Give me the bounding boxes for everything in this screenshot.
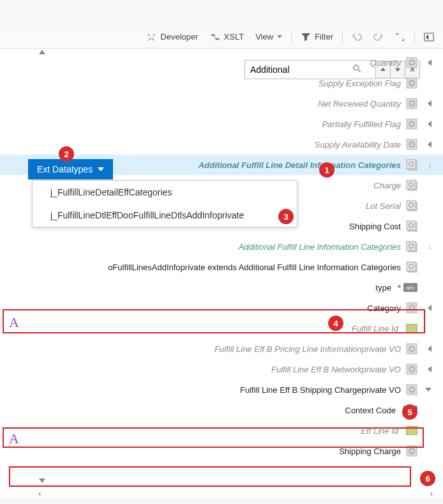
dropdown-item-2[interactable]: j_FulfillLineDtlEffDooFulfillLineDtlsAdd… [33,204,297,227]
row-network-vo[interactable]: Fulfill Line Eff B Networkprivate VO [0,359,443,379]
row-label: Lot Serial [366,201,406,211]
svg-rect-30 [407,303,417,313]
multi-target-icon [406,200,417,211]
panel-button[interactable] [419,29,439,45]
annotation-redbox-shipping [9,466,411,487]
developer-button[interactable]: Developer [141,29,203,45]
svg-rect-2 [407,57,417,68]
filter-label: Filter [315,32,333,42]
row-supply-exception[interactable]: Supply Exception Flag [0,73,443,93]
row-pricing-vo[interactable]: Fulfill Line Eff B Pricing Line Informat… [0,339,443,359]
row-label: Quantity [370,58,406,68]
view-label: View [255,32,273,42]
divider [342,31,343,43]
content-panel: ✕ Quantity Supply Exception Flag Net Rec… [0,49,443,498]
row-fulfill-line-id[interactable]: Fulfill Line Id [0,318,443,339]
svg-rect-38 [407,446,417,456]
row-partially-fulfilled[interactable]: Partially Fulfilled Flag [0,114,443,134]
row-shipping-charge-vo[interactable]: Fulfill Line Eff B Shipping Chargeprivat… [0,379,443,400]
row-label: Supply Availability Date [315,140,406,149]
multi-target-icon [406,159,417,171]
dropdown-item-1[interactable]: j_FulfillLineDetailEffCategories [33,181,297,204]
dropdown-item-label: j_FulfillLineDetailEffCategories [50,187,172,197]
expand-button[interactable] [390,29,410,45]
svg-rect-22 [407,221,416,230]
xslt-icon [210,32,220,42]
id-type-icon [406,324,417,333]
row-label: oFulfillLinesAddInfoprivate extends Addi… [108,263,406,272]
marker-a-icon: A [9,431,19,447]
ext-datatypes-dropdown[interactable]: Ext Datatypes [28,159,113,179]
multi-target-icon [406,179,417,191]
abc-type-icon: abc [403,283,417,292]
collapse-caret-icon[interactable] [428,121,432,127]
collapse-caret-icon[interactable] [428,59,432,66]
svg-rect-8 [407,119,417,129]
row-shipping-charge[interactable]: Shipping Charge [0,441,443,461]
row-label: Supply Exception Flag [319,79,406,88]
dropdown-label: Ext Datatypes [37,164,93,174]
caret-down-icon [98,167,104,171]
row-addl-info-cat[interactable]: Additional Fulfill Line Information Cate… [0,236,443,257]
required-asterisk: * [398,283,401,293]
horizontal-scrollbar[interactable]: ‹ › [38,489,433,498]
collapse-caret-icon[interactable] [428,346,432,352]
multi-target-icon [406,261,417,273]
row-label: Partially Fulfilled Flag [322,119,406,129]
xslt-label: XSLT [224,32,244,42]
down-arrow-icon[interactable]: ↓ [428,162,432,169]
down-arrow-icon[interactable]: ↓ [428,243,432,250]
expand-caret-icon[interactable] [425,388,432,392]
annotation-badge-3: 3 [278,209,294,224]
svg-rect-28 [407,262,416,271]
collapse-caret-icon[interactable] [428,305,432,311]
row-label: Fulfill Line Eff B Shipping Chargeprivat… [240,385,406,395]
svg-rect-32 [407,344,417,354]
collapse-caret-icon[interactable] [428,366,432,372]
developer-label: Developer [160,32,198,42]
annotation-badge-2: 2 [59,146,74,162]
row-label: Additional Fulfill Line Information Cate… [239,242,406,252]
row-eff-line-id[interactable]: Eff Line Id [0,420,443,441]
row-category[interactable]: Category ↓ [0,298,443,318]
row-quantity[interactable]: Quantity [0,52,443,73]
row-label: Fulfill Line Eff B Pricing Line Informat… [214,344,406,354]
row-label: Charge [373,181,406,190]
dropdown-item-label: j_FulfillLineDtlEffDooFulfillLineDtlsAdd… [50,210,244,220]
row-label: Context Code [345,406,402,415]
svg-rect-6 [407,98,417,109]
target-icon [406,363,417,375]
scroll-down-icon[interactable] [38,477,46,486]
id-type-icon [406,426,417,435]
view-button[interactable]: View [250,29,287,44]
target-icon [406,77,417,89]
target-icon [406,139,417,150]
row-label: Eff Line Id [361,426,403,436]
target-icon [406,98,417,109]
row-context-code[interactable]: Context Code abc [0,400,443,420]
row-label: Category [367,303,406,313]
target-icon [406,343,417,355]
filter-button[interactable]: Filter [296,29,338,45]
scroll-left-icon[interactable]: ‹ [38,489,41,498]
multi-target-icon [406,241,417,252]
collapse-caret-icon[interactable] [428,141,432,148]
row-label: Shipping Charge [339,447,406,456]
svg-rect-19 [407,201,416,210]
row-label: type [375,283,396,293]
svg-rect-34 [407,364,417,374]
undo-button[interactable] [347,29,367,45]
row-label: Shipping Cost [349,222,406,231]
row-type[interactable]: type * abc [0,277,443,298]
xslt-button[interactable]: XSLT [205,29,250,45]
down-arrow-icon[interactable]: ↓ [421,305,424,312]
multi-target-icon [406,220,417,232]
row-extends[interactable]: oFulfillLinesAddInfoprivate extends Addi… [0,257,443,277]
row-label: Additional Fulfill Line Detail Informati… [199,160,406,170]
target-icon [406,57,417,68]
collapse-caret-icon[interactable] [428,100,432,107]
scroll-right-icon[interactable]: › [430,489,433,498]
target-icon [406,118,417,130]
redo-button[interactable] [368,29,389,45]
row-net-received[interactable]: Net Received Quantity [0,93,443,114]
